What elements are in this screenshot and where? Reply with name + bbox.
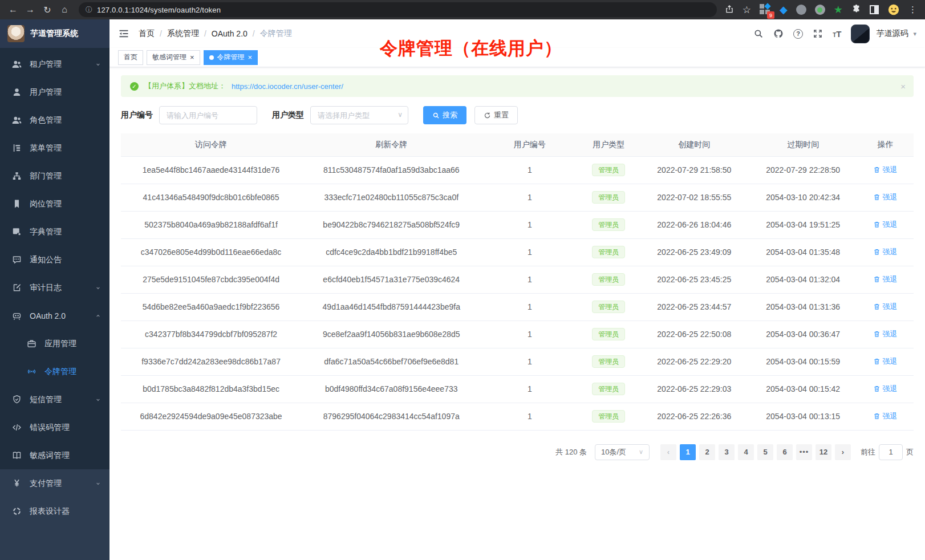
sidebar-item-post[interactable]: 岗位管理 — [0, 190, 109, 218]
expire-time-cell: 2054-03-04 19:51:25 — [749, 211, 857, 238]
tab-close-icon[interactable]: × — [248, 54, 253, 61]
sidebar-item-dept[interactable]: 部门管理 — [0, 162, 109, 190]
reset-button[interactable]: 重置 — [474, 106, 518, 124]
force-logout-button[interactable]: 强退 — [873, 302, 897, 312]
search-icon[interactable] — [753, 29, 764, 39]
tab-close-icon[interactable]: × — [190, 54, 194, 61]
trash-icon — [873, 248, 881, 255]
sidebar-collapse-icon[interactable] — [118, 28, 129, 39]
green-star-extension-icon[interactable]: ★ — [834, 3, 843, 16]
sidebar-item-token-manage[interactable]: 令牌管理 — [0, 358, 109, 385]
tab-item-1[interactable]: 敏感词管理× — [147, 50, 200, 65]
bookmark-star-icon[interactable]: ☆ — [743, 5, 751, 15]
sidebar-item-tenant[interactable]: 租户管理 — [0, 50, 109, 78]
user-icon — [12, 87, 22, 97]
sidebar-item-sms[interactable]: 短信管理 — [0, 385, 109, 413]
gray-extension-icon[interactable] — [796, 5, 806, 15]
force-logout-button[interactable]: 强退 — [873, 192, 897, 202]
page-button-4[interactable]: 4 — [738, 444, 754, 460]
home-icon[interactable]: ⌂ — [57, 2, 72, 17]
trash-icon — [873, 358, 881, 365]
font-size-icon[interactable]: TT — [833, 29, 841, 39]
user-id-cell: 1 — [481, 156, 578, 184]
goto-page-input[interactable] — [879, 444, 903, 460]
sidebar-item-role[interactable]: 角色管理 — [0, 106, 109, 134]
caret-down-icon[interactable]: ▾ — [913, 30, 916, 38]
user-type-cell: 管理员 — [578, 293, 639, 320]
user-avatar[interactable] — [851, 25, 870, 43]
force-logout-button[interactable]: 强退 — [873, 411, 897, 421]
url-text[interactable]: 127.0.0.1:1024/system/oauth2/token — [97, 6, 221, 14]
browser-menu-icon[interactable]: ⋮ — [908, 5, 917, 15]
reading-mode-icon[interactable] — [870, 5, 879, 14]
refresh-token-cell: cdfc4ce9c2da4bb1bdf21b9918ff4be5 — [301, 238, 481, 266]
sidebar-item-label: 应用管理 — [44, 339, 76, 349]
expire-time-cell: 2054-03-04 00:15:59 — [749, 348, 857, 375]
sidebar-item-audit-log[interactable]: 审计日志 — [0, 274, 109, 302]
sidebar-item-pay[interactable]: 支付管理 — [0, 469, 109, 497]
forward-icon[interactable]: → — [23, 2, 38, 17]
sidebar-item-sensitive-word[interactable]: 敏感词管理 — [0, 441, 109, 469]
puzzle-extensions-icon[interactable] — [851, 4, 861, 15]
sidebar-item-user[interactable]: 用户管理 — [0, 78, 109, 106]
page-button-3[interactable]: 3 — [719, 444, 735, 460]
page-button-6[interactable]: 6 — [777, 444, 793, 460]
force-logout-button[interactable]: 强退 — [873, 329, 897, 339]
user-type-select[interactable] — [310, 106, 408, 124]
tab-item-0[interactable]: 首页 — [118, 50, 143, 65]
expire-time-cell: 2054-03-04 00:13:15 — [749, 403, 857, 430]
sidebar-item-oauth2[interactable]: OAuth 2.0 — [0, 302, 109, 330]
app-logo[interactable]: 芋道管理系统 — [0, 19, 109, 48]
tab-item-2[interactable]: 令牌管理× — [204, 50, 258, 65]
sidebar-item-menu[interactable]: 菜单管理 — [0, 134, 109, 162]
user-id-input[interactable] — [159, 106, 257, 124]
gem-extension-icon[interactable]: ◆ — [780, 3, 788, 16]
force-logout-button[interactable]: 强退 — [873, 165, 897, 175]
site-info-icon[interactable]: ⓘ — [86, 5, 92, 15]
sidebar-item-app-manage[interactable]: 应用管理 — [0, 330, 109, 358]
force-logout-button[interactable]: 强退 — [873, 247, 897, 257]
force-logout-button[interactable]: 强退 — [873, 384, 897, 394]
created-time-cell: 2022-06-25 23:45:25 — [639, 266, 749, 293]
username[interactable]: 芋道源码 — [876, 29, 908, 39]
force-logout-label: 强退 — [882, 356, 897, 367]
force-logout-button[interactable]: 强退 — [873, 356, 897, 367]
recorder-extension-icon[interactable] — [815, 5, 825, 15]
user-type-cell: 管理员 — [578, 156, 639, 184]
access-token-cell: 275e5de9151045fe87cbdc395e004f4d — [121, 266, 301, 293]
alert-doc-link[interactable]: https://doc.iocoder.cn/user-center/ — [232, 82, 343, 91]
reload-icon[interactable]: ↻ — [40, 2, 55, 17]
alert-close-icon[interactable]: × — [900, 82, 906, 91]
pager-ellipsis[interactable]: ••• — [796, 444, 812, 460]
page-size-select[interactable]: 10条/页 ∨ — [595, 444, 650, 460]
extension-grid-icon[interactable]: 9 — [760, 4, 771, 15]
breadcrumb-item[interactable]: 系统管理 — [167, 29, 199, 39]
breadcrumb-separator: / — [253, 29, 255, 38]
sidebar-item-dict[interactable]: 字典管理 — [0, 218, 109, 246]
share-icon[interactable] — [725, 5, 734, 15]
trash-icon — [873, 385, 881, 392]
address-bar[interactable]: ⓘ 127.0.0.1:1024/system/oauth2/token — [79, 2, 717, 17]
page-button-5[interactable]: 5 — [757, 444, 773, 460]
user-id-cell: 1 — [481, 320, 578, 348]
page-button-2[interactable]: 2 — [699, 444, 715, 460]
fullscreen-icon[interactable] — [813, 29, 823, 39]
search-button[interactable]: 搜索 — [423, 106, 466, 124]
page-button-1[interactable]: 1 — [680, 444, 696, 460]
next-page-button[interactable]: › — [835, 444, 851, 460]
profile-avatar-icon[interactable] — [887, 3, 900, 16]
back-icon[interactable]: ← — [6, 2, 21, 17]
force-logout-button[interactable]: 强退 — [873, 220, 897, 230]
sidebar-item-error-code[interactable]: 错误码管理 — [0, 413, 109, 441]
pager: ‹123456•••12› — [659, 444, 853, 460]
prev-page-button[interactable]: ‹ — [660, 444, 676, 460]
sidebar-item-report-designer[interactable]: 报表设计器 — [0, 497, 109, 525]
force-logout-button[interactable]: 强退 — [873, 274, 897, 285]
page-button-12[interactable]: 12 — [816, 444, 831, 460]
active-tab-dot — [209, 55, 214, 60]
github-icon[interactable] — [773, 29, 784, 39]
help-icon[interactable]: ? — [793, 29, 803, 39]
breadcrumb-item[interactable]: OAuth 2.0 — [212, 29, 248, 38]
breadcrumb-item[interactable]: 首页 — [139, 29, 155, 39]
sidebar-item-notice[interactable]: 通知公告 — [0, 246, 109, 274]
